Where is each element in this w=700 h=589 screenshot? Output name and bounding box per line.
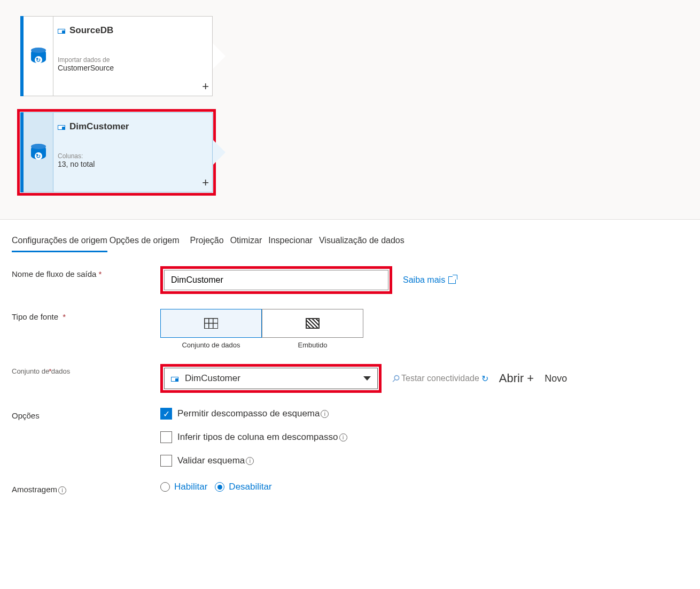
toggle-label-dataset: Conjunto de dados (160, 338, 262, 349)
node-subtitle: Colunas: (58, 152, 203, 160)
learn-more-link[interactable]: Saiba mais (403, 275, 456, 285)
dataset-label: Conjunto de dados* (12, 364, 160, 375)
dataset-value: DimCustomer (185, 373, 240, 384)
source-type-dataset[interactable] (160, 309, 262, 338)
dataset-icon (58, 123, 66, 130)
source-type-inline[interactable] (262, 309, 363, 338)
allow-schema-drift-label: Permitir descompasso de esquema (177, 408, 329, 419)
database-icon: ↻ (31, 48, 46, 65)
tab-optimize[interactable]: Otimizar (230, 236, 262, 252)
node-title: SourceDB (69, 25, 113, 36)
plug-icon: ⚲ (389, 372, 402, 385)
validate-schema-checkbox[interactable] (160, 455, 172, 467)
inline-icon (306, 318, 320, 329)
chevron-down-icon (363, 376, 371, 381)
info-icon[interactable] (246, 457, 254, 465)
form: Nome de fluxo de saída* Saiba mais Tipo … (0, 252, 700, 531)
dataset-icon (171, 375, 180, 382)
node-title: DimCustomer (69, 121, 129, 132)
sampling-enable-radio[interactable] (160, 482, 170, 492)
node-columns: 13, no total (58, 160, 203, 168)
dataset-select[interactable]: DimCustomer (164, 368, 378, 389)
node-subtitle: Importar dados de (58, 56, 203, 64)
node-source: CustomerSource (58, 64, 203, 72)
tab-source-options[interactable]: Opções de origem (110, 236, 180, 252)
output-stream-input[interactable] (164, 270, 388, 290)
add-step-button[interactable]: + (202, 176, 209, 190)
new-button[interactable]: Novo (545, 373, 567, 384)
allow-schema-drift-checkbox[interactable]: ✓ (160, 408, 172, 420)
infer-drifted-types-label: Inferir tipos de coluna em descompasso (177, 432, 347, 443)
info-icon[interactable] (339, 433, 347, 441)
tab-inspect[interactable]: Inspecionar (268, 236, 313, 252)
info-icon[interactable] (58, 486, 66, 494)
sampling-label: Amostragem (12, 482, 160, 494)
source-node-dimcustomer[interactable]: ↻ DimCustomer Colunas: 13, no total + (20, 112, 213, 192)
tab-data-preview[interactable]: Visualização de dados (319, 236, 405, 252)
toggle-label-inline: Embutido (262, 338, 363, 349)
output-stream-label: Nome de fluxo de saída* (12, 266, 160, 278)
dataset-grid-icon (204, 318, 218, 329)
canvas: ↻ SourceDB Importar dados de CustomerSou… (0, 0, 700, 220)
dataset-icon (58, 27, 66, 34)
add-step-button[interactable]: + (202, 80, 209, 94)
external-link-icon (448, 276, 456, 284)
infer-drifted-types-checkbox[interactable] (160, 431, 172, 443)
source-node-sourcedb[interactable]: ↻ SourceDB Importar dados de CustomerSou… (20, 16, 213, 96)
sampling-disable-label: Desabilitar (229, 482, 271, 492)
options-label: Opções (12, 408, 160, 420)
sampling-enable-label: Habilitar (174, 482, 207, 492)
database-icon: ↻ (31, 144, 46, 161)
test-connectivity-link[interactable]: ⚲ Testar conectividade ↻ (392, 373, 488, 384)
tabs: Configurações de origem Opções de origem… (0, 220, 700, 252)
tab-projection[interactable]: Projeção (190, 236, 224, 252)
sampling-disable-radio[interactable] (215, 482, 224, 492)
info-icon[interactable] (321, 410, 329, 418)
tab-source-settings[interactable]: Configurações de origem (12, 236, 107, 252)
open-button[interactable]: Abrir+ (499, 371, 534, 385)
validate-schema-label: Validar esquema (177, 455, 254, 466)
source-type-label: Tipo de fonte * (12, 309, 160, 321)
